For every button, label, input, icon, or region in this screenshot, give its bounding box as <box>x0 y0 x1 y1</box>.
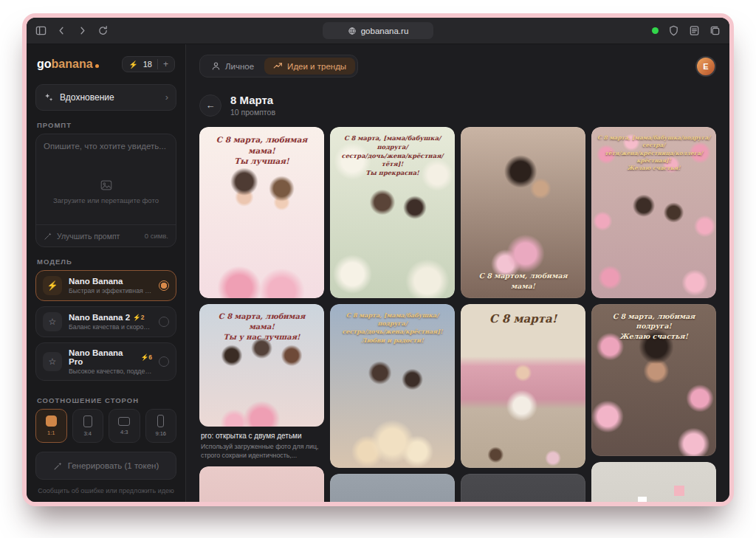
model-name: Nano Banana 2 <box>69 313 130 322</box>
card-image: С 8 марта, любимая мама! Ты у нас лучшая… <box>199 304 324 427</box>
card-overlay-text: С 8 мартом, любимая мама! <box>461 271 585 291</box>
tab-ideas-trends[interactable]: Идеи и тренды <box>264 58 355 75</box>
idea-card[interactable]: С 8 марта, любимая мама! Ты лучшая! <box>199 127 324 298</box>
improve-prompt-button[interactable]: Улучшить промпт <box>57 232 120 241</box>
model-name: Nano Banana <box>69 277 123 286</box>
reader-icon[interactable] <box>689 25 700 36</box>
tall-portrait-icon <box>157 415 164 427</box>
tokens-count: 18 <box>143 60 152 69</box>
card-caption-title: pro: открытка с двумя детьми <box>201 432 323 440</box>
tab-personal[interactable]: Личное <box>202 58 263 75</box>
sidebar-toggle-icon[interactable] <box>35 25 47 36</box>
page-title: 8 Марта <box>230 94 275 106</box>
prompt-box: Загрузите или перетащите фото Улучшить п… <box>35 134 176 248</box>
idea-card-partial[interactable] <box>461 474 585 502</box>
card-image: С 8 марта, любимая мама! Ты лучшая! <box>199 127 324 298</box>
model-desc: Быстрая и эффективная генерация <box>69 287 152 294</box>
inspiration-button[interactable]: Вдохновение › <box>35 84 176 111</box>
inspiration-label: Вдохновение <box>60 92 114 103</box>
browser-window: gobanana.ru gobanana ⚡ 18 + <box>22 13 734 506</box>
star-icon: ☆ <box>43 352 62 371</box>
square-icon <box>46 415 57 427</box>
upload-area[interactable]: Загрузите или перетащите фото <box>36 158 176 225</box>
model-cost-badge: ⚡6 <box>141 354 152 361</box>
wand-icon <box>53 461 63 471</box>
card-image: С 8 мартом, любимая мама! <box>461 127 585 298</box>
user-avatar[interactable]: E <box>695 56 716 77</box>
back-button[interactable]: ← <box>199 94 221 117</box>
site-globe-icon <box>348 27 357 35</box>
model-name: Nano Banana Pro <box>69 348 138 366</box>
idea-card[interactable]: С 8 марта, любимая мама! Ты у нас лучшая… <box>199 304 324 461</box>
idea-card[interactable]: С 8 марта, [мама/бабушка/подруга/ сестра… <box>330 127 455 298</box>
card-caption-desc: Используй загруженные фото для лиц, стро… <box>201 442 323 461</box>
sparkles-icon <box>44 92 54 103</box>
radio-icon <box>159 356 169 367</box>
address-bar[interactable]: gobanana.ru <box>323 22 433 39</box>
card-image <box>199 466 324 502</box>
idea-card[interactable]: С 8 мартом, любимая мама! <box>461 127 585 298</box>
model-cost-badge: ⚡2 <box>133 314 144 321</box>
aspect-1-1[interactable]: 1:1 <box>35 409 67 443</box>
browser-toolbar: gobanana.ru <box>27 18 729 44</box>
radio-icon <box>159 317 169 327</box>
card-overlay-text: С 8 марта, любимая мама! Ты у нас лучшая… <box>199 304 324 342</box>
forward-icon[interactable] <box>77 25 88 36</box>
aspect-3-4[interactable]: 3:4 <box>72 409 104 443</box>
model-desc: Высокое качество, поддержка 2K/4K <box>69 368 152 375</box>
card-overlay-text: С 8 марта, любимая мама! Ты лучшая! <box>199 127 324 167</box>
prompt-input[interactable] <box>36 134 176 158</box>
idea-card[interactable]: С 8 марта, любимая подруга! Желаю счасть… <box>591 304 716 456</box>
idea-card-partial[interactable] <box>199 466 324 502</box>
card-image <box>330 474 455 502</box>
idea-card[interactable]: С 8 марта! <box>461 304 585 468</box>
card-image <box>461 474 585 502</box>
main-content: Личное Идеи и тренды E ← 8 Марта 10 пром… <box>186 44 729 502</box>
card-image: С 8 марта, [мама/бабушка/подруга/ сестра… <box>330 127 455 298</box>
bolt-icon: ⚡ <box>43 276 62 295</box>
extension-status-icon[interactable] <box>652 27 659 34</box>
card-overlay-text: С 8 марта, [мама/бабушка/подруга/ сестра… <box>330 304 455 345</box>
star-icon: ☆ <box>43 312 62 331</box>
trending-up-icon <box>273 61 283 71</box>
view-tabs: Личное Идеи и тренды <box>199 55 358 77</box>
add-tokens-button[interactable]: + <box>157 59 168 69</box>
tokens-pill[interactable]: ⚡ 18 + <box>122 56 175 72</box>
idea-card[interactable]: С 8 марта, [мама/бабушка/подруга/сестра/… <box>591 127 716 298</box>
wand-icon <box>44 232 52 241</box>
card-image: С 8 марта, [мама/бабушка/подруга/сестра/… <box>591 127 716 298</box>
card-image: С 8 марта, любимая подруга! Желаю счасть… <box>591 304 716 456</box>
card-image: С 8 марта, [мама/бабушка/подруга/ сестра… <box>330 304 455 468</box>
bolt-icon: ⚡ <box>128 61 137 69</box>
idea-card[interactable]: С 8 марта, [мама/бабушка/подруга/ сестра… <box>330 304 455 468</box>
sidebar: gobanana ⚡ 18 + Вдохновение › ПРОМПТ <box>27 44 186 502</box>
back-icon[interactable] <box>56 25 67 36</box>
idea-card-partial[interactable] <box>330 474 455 502</box>
chevron-right-icon: › <box>165 92 168 103</box>
model-desc: Баланс качества и скорости, 2K/4K <box>69 323 152 331</box>
upload-label: Загрузите или перетащите фото <box>53 196 159 204</box>
idea-card-partial[interactable] <box>591 462 716 502</box>
person-icon <box>211 61 221 71</box>
page-subtitle: 10 промптов <box>230 108 275 117</box>
radio-selected-icon <box>159 280 169 291</box>
generate-button[interactable]: Генерировать (1 токен) <box>35 452 176 480</box>
reload-icon[interactable] <box>97 25 109 36</box>
portrait-icon <box>83 415 92 427</box>
shield-icon[interactable] <box>668 25 679 36</box>
card-overlay-text: С 8 марта, любимая подруга! Желаю счасть… <box>591 304 716 341</box>
aspect-9-16[interactable]: 9:16 <box>145 409 177 443</box>
card-caption: pro: открытка с двумя детьми Используй з… <box>199 427 324 461</box>
aspect-section-label: СООТНОШЕНИЕ СТОРОН <box>37 396 175 404</box>
tabs-icon[interactable] <box>709 25 721 36</box>
model-option-nano-banana-2[interactable]: ☆ Nano Banana 2⚡2 Баланс качества и скор… <box>35 306 176 337</box>
model-option-nano-banana-pro[interactable]: ☆ Nano Banana Pro⚡6 Высокое качество, по… <box>35 342 176 381</box>
card-overlay-text: С 8 марта! <box>461 304 585 327</box>
feedback-link[interactable]: Сообщить об ошибке или предложить идею <box>35 487 176 494</box>
card-image: С 8 марта! <box>461 304 585 468</box>
card-overlay-text: С 8 марта, [мама/бабушка/подруга/сестра/… <box>591 127 716 173</box>
aspect-4-3[interactable]: 4:3 <box>109 409 140 443</box>
image-icon <box>99 179 114 192</box>
model-section-label: МОДЕЛЬ <box>37 258 175 266</box>
model-option-nano-banana[interactable]: ⚡ Nano Banana Быстрая и эффективная гене… <box>35 270 176 301</box>
